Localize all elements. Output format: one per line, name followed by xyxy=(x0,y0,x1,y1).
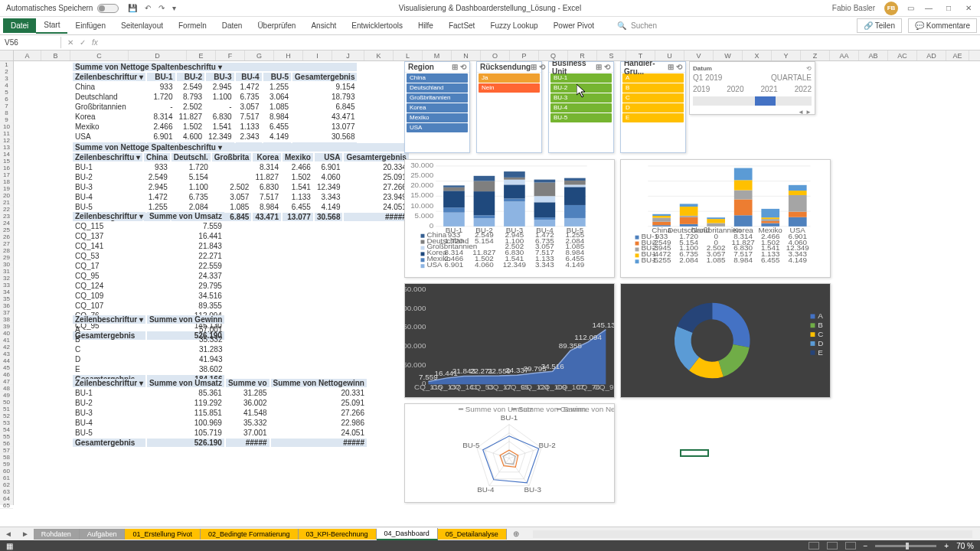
name-box[interactable]: V56 xyxy=(0,37,61,48)
col-header[interactable]: G xyxy=(245,51,274,60)
tab-factset[interactable]: FactSet xyxy=(441,18,482,33)
col-header[interactable]: F xyxy=(216,51,245,60)
col-header[interactable]: U xyxy=(655,51,684,60)
multiselect-icon[interactable]: ⊞ xyxy=(531,63,537,71)
col-header[interactable]: Y xyxy=(772,51,801,60)
slicer-item[interactable]: Korea xyxy=(407,103,468,112)
row-header[interactable]: 34 xyxy=(0,289,13,295)
row-header[interactable]: 37 xyxy=(0,309,13,316)
clear-filter-icon[interactable]: ⟲ xyxy=(806,65,812,72)
share-button[interactable]: 🔗 Teilen xyxy=(857,18,902,33)
row-header[interactable]: 7 xyxy=(0,103,13,109)
row-header[interactable]: 3 xyxy=(0,75,13,82)
row-header[interactable]: 20 xyxy=(0,192,13,199)
chart-radar[interactable]: ━ Summe von Umsatz━ Summe von Gewinn━ Su… xyxy=(404,403,615,503)
clear-filter-icon[interactable]: ⟲ xyxy=(604,63,610,71)
tab-daten[interactable]: Daten xyxy=(214,18,250,33)
slicer-item[interactable]: B xyxy=(622,83,684,93)
ribbon-display-icon[interactable]: ▭ xyxy=(907,4,914,12)
col-header[interactable]: N xyxy=(452,51,481,60)
row-header[interactable]: 46 xyxy=(0,371,13,378)
slicer-item[interactable]: BU-4 xyxy=(550,103,612,112)
row-header[interactable]: 48 xyxy=(0,385,13,392)
row-header[interactable]: 54 xyxy=(0,426,13,433)
comments-button[interactable]: 💬 Kommentare xyxy=(908,18,977,33)
row-header[interactable]: 24 xyxy=(0,220,13,227)
row-header[interactable]: 4 xyxy=(0,82,13,89)
row-header[interactable]: 1 xyxy=(0,61,13,68)
row-header[interactable]: 2 xyxy=(0,68,13,75)
col-header[interactable]: H xyxy=(274,51,303,60)
row-header[interactable]: 33 xyxy=(0,282,13,289)
slicer-ruecksendung[interactable]: Rücksendung⊞⟲ JaNein xyxy=(476,61,542,153)
col-header[interactable]: E xyxy=(187,51,216,60)
sheet-tab-02[interactable]: 02_Bedingte Formatierung xyxy=(201,529,299,540)
slicer-business-unit[interactable]: Business Unit⊞⟲ BU-1BU-2BU-3BU-4BU-5 xyxy=(548,61,614,153)
cancel-icon[interactable]: ✕ xyxy=(67,38,74,47)
row-header[interactable]: 26 xyxy=(0,233,13,240)
row-header[interactable]: 45 xyxy=(0,364,13,371)
search-box[interactable]: 🔍 Suchen xyxy=(617,21,657,30)
row-header[interactable]: 27 xyxy=(0,240,13,247)
user-name[interactable]: Fabio Basler xyxy=(832,4,875,12)
slicer-item[interactable]: BU-5 xyxy=(550,113,612,122)
select-all-corner[interactable] xyxy=(0,51,14,60)
row-header[interactable]: 5 xyxy=(0,89,13,96)
slicer-item[interactable]: BU-2 xyxy=(550,83,612,93)
slicer-item[interactable]: China xyxy=(407,73,468,83)
row-header[interactable]: 22 xyxy=(0,206,13,213)
row-header[interactable]: 28 xyxy=(0,247,13,254)
zoom-slider[interactable] xyxy=(875,545,936,547)
confirm-icon[interactable]: ✓ xyxy=(80,38,86,47)
row-header[interactable]: 16 xyxy=(0,165,13,171)
col-header[interactable]: X xyxy=(743,51,772,60)
col-header[interactable]: B xyxy=(41,51,70,60)
pivot-table-5[interactable]: Zeilenbeschriftur ▾Summe von UmsatzSumme… xyxy=(71,377,368,448)
sheet-tab-04[interactable]: 04_Dashboard xyxy=(377,528,438,540)
view-normal-icon[interactable] xyxy=(808,542,819,549)
row-header[interactable]: 42 xyxy=(0,344,13,350)
col-header[interactable]: D xyxy=(129,51,187,60)
row-header[interactable]: 60 xyxy=(0,468,13,474)
row-header[interactable]: 15 xyxy=(0,158,13,165)
col-header[interactable]: AD xyxy=(917,51,946,60)
col-header[interactable]: I xyxy=(303,51,332,60)
row-header[interactable]: 65 xyxy=(0,502,13,509)
tab-start[interactable]: Start xyxy=(36,18,67,34)
col-header[interactable]: W xyxy=(714,51,743,60)
minimize-icon[interactable]: — xyxy=(923,4,934,12)
sheet-tab-01[interactable]: 01_Erstellung Pivot xyxy=(125,529,201,540)
col-header[interactable]: AB xyxy=(859,51,888,60)
row-header[interactable]: 19 xyxy=(0,185,13,192)
slicer-item[interactable]: Großbritannien xyxy=(407,93,468,103)
tab-datei[interactable]: Datei xyxy=(3,18,36,33)
row-header[interactable]: 30 xyxy=(0,261,13,268)
tab-einfuegen[interactable]: Einfügen xyxy=(67,18,113,33)
slicer-item[interactable]: E xyxy=(622,113,684,122)
tab-seitenlayout[interactable]: Seitenlayout xyxy=(113,18,171,33)
row-header[interactable]: 49 xyxy=(0,392,13,399)
col-header[interactable]: AC xyxy=(888,51,917,60)
col-header[interactable]: K xyxy=(364,51,394,60)
row-header[interactable]: 57 xyxy=(0,447,13,454)
row-header[interactable]: 14 xyxy=(0,151,13,158)
row-header[interactable]: 58 xyxy=(0,454,13,461)
multiselect-icon[interactable]: ⊞ xyxy=(668,63,674,71)
tab-nav-next[interactable]: ► xyxy=(17,530,34,538)
sheet-tab-03[interactable]: 03_KPI-Berechnung xyxy=(299,529,377,540)
view-page-layout-icon[interactable] xyxy=(827,542,838,549)
row-header[interactable]: 63 xyxy=(0,488,13,495)
clear-filter-icon[interactable]: ⟲ xyxy=(539,63,545,71)
col-header[interactable]: R xyxy=(568,51,597,60)
slicer-item[interactable]: C xyxy=(622,93,684,103)
avatar[interactable]: FB xyxy=(884,2,898,15)
row-header[interactable]: 32 xyxy=(0,275,13,282)
row-header[interactable]: 13 xyxy=(0,144,13,151)
row-header[interactable]: 17 xyxy=(0,171,13,178)
row-header[interactable]: 36 xyxy=(0,302,13,309)
col-header[interactable]: Z xyxy=(801,51,830,60)
sheet-tab-05[interactable]: 05_Detailanalyse xyxy=(438,529,507,540)
slicer-haendler[interactable]: Händler-Gru...⊞⟲ ABCDE xyxy=(620,61,686,153)
row-header[interactable]: 55 xyxy=(0,433,13,440)
col-header[interactable]: L xyxy=(394,51,423,60)
